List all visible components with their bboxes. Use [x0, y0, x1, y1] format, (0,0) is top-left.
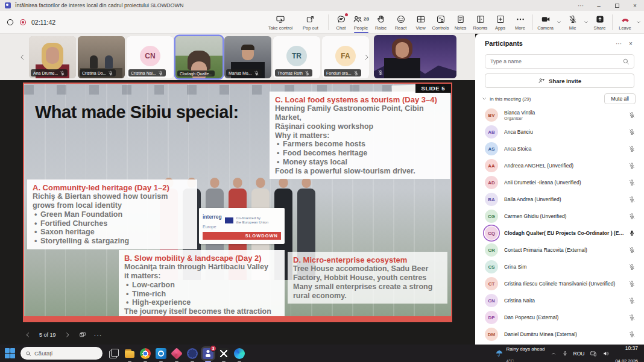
toolbar-button[interactable]: More — [510, 11, 530, 34]
taskbar-app-icon[interactable] — [171, 348, 182, 359]
participant-row[interactable]: AA Andreea ANGHEL (Unverified) — [475, 157, 644, 174]
mic-muted-icon[interactable] — [628, 246, 636, 254]
toolbar-button[interactable]: 28 People — [351, 11, 371, 34]
slide-more-options-button[interactable]: ··· — [94, 331, 103, 339]
taskbar-app-icon[interactable] — [124, 348, 135, 359]
close-button[interactable]: × — [626, 0, 644, 11]
window-more-button[interactable]: ··· — [572, 0, 590, 11]
slide-text-line: it matters: — [124, 272, 279, 281]
toolbar-button[interactable]: Raise — [371, 11, 391, 34]
speaker-icon[interactable] — [602, 350, 610, 357]
mic-muted-icon[interactable] — [628, 111, 636, 119]
video-tile[interactable]: Clodagh Qualte... — [175, 36, 223, 78]
chevron-down-icon[interactable] — [635, 11, 642, 34]
hidden-icons-button[interactable] — [551, 351, 557, 357]
mic-muted-icon — [108, 70, 113, 76]
mic-muted-icon[interactable] — [628, 162, 636, 169]
search-icon — [25, 351, 31, 357]
mic-on-icon[interactable] — [628, 229, 636, 237]
mic-muted-icon[interactable] — [628, 263, 636, 270]
video-tile[interactable]: Cristina Do... — [78, 36, 125, 78]
toolbar-button[interactable]: View — [411, 11, 431, 34]
mic-muted-icon[interactable] — [628, 213, 636, 220]
share-invite-button[interactable]: Share invite — [485, 73, 634, 88]
participant-row[interactable]: BV Bianca Vintila Organiser — [475, 107, 644, 123]
video-tile[interactable]: Ana Drume... — [29, 36, 76, 78]
taskbar-app-icon[interactable] — [234, 348, 245, 359]
leave-button[interactable]: Leave — [615, 11, 635, 34]
participant-name: Baila Andrea (Unverified) — [504, 196, 625, 202]
search-input[interactable] — [485, 58, 622, 64]
toolbar-button[interactable]: Chat — [331, 11, 351, 34]
mute-all-button[interactable]: Mute all — [604, 93, 636, 104]
panel-more-button[interactable]: ··· — [613, 40, 625, 47]
participant-row[interactable]: CQ Clodagh Qualter( EU Projects Co-Ordin… — [475, 225, 644, 242]
toolbar-icon — [306, 14, 315, 24]
toolbar-button[interactable]: React — [391, 11, 411, 34]
mic-muted-icon[interactable] — [628, 128, 636, 136]
device-button[interactable]: Camera — [535, 11, 555, 34]
chevron-down-icon[interactable] — [582, 11, 590, 34]
toolbar-button[interactable]: Apps — [490, 11, 510, 34]
taskbar-search-input[interactable] — [34, 350, 95, 357]
mic-muted-icon[interactable] — [628, 145, 636, 152]
taskbar-app-icon[interactable] — [140, 348, 151, 359]
toolbar-button[interactable]: Notes — [450, 11, 470, 34]
panel-close-button[interactable]: × — [625, 40, 637, 47]
video-tile[interactable]: TR Thomas Roth — [273, 36, 320, 78]
participant-row[interactable]: AS Anca Stoica — [475, 140, 644, 157]
previous-slide-button[interactable] — [24, 331, 31, 339]
toolbar-icon — [476, 14, 485, 24]
participant-row[interactable]: DP Dan Popescu (External) — [475, 309, 644, 326]
taskbar-app-icon[interactable] — [156, 348, 166, 359]
slide-text-line: Low-carbon — [124, 281, 279, 290]
mic-muted-icon[interactable] — [628, 314, 636, 321]
maximize-button[interactable] — [608, 0, 626, 11]
minimize-button[interactable]: – — [590, 0, 608, 11]
taskbar-app-icon[interactable] — [187, 348, 198, 359]
toolbar-button[interactable]: Controls — [431, 11, 450, 34]
participant-row[interactable]: CG Carmen Ghidiu (Unverified) — [475, 208, 644, 225]
device-button[interactable]: Mic — [563, 11, 582, 34]
video-tile[interactable]: Marius Mo... — [224, 36, 271, 78]
participant-row[interactable]: BA Baila Andrea (Unverified) — [475, 191, 644, 208]
participant-search — [485, 54, 634, 69]
participant-row[interactable]: CN Cristina Naita — [475, 292, 644, 309]
mic-muted-icon[interactable] — [628, 280, 636, 287]
scroll-right-button[interactable] — [362, 53, 371, 61]
tile-name-label: Thomas Roth — [275, 69, 312, 76]
language-indicator[interactable]: ROU — [573, 351, 585, 357]
device-button[interactable]: Share — [590, 11, 610, 34]
video-tile[interactable]: CN Cristina Nai... — [127, 36, 174, 78]
toolbar-secondary-button[interactable]: Take control — [265, 11, 295, 34]
cast-display-icon[interactable] — [590, 350, 597, 357]
chevron-down-icon[interactable] — [555, 11, 563, 34]
participant-row[interactable]: AD Anii Drumetiei -Ileana (Unverified) — [475, 174, 644, 191]
participant-row[interactable]: CR Contact Primaria Racovita (External) — [475, 242, 644, 258]
taskbar-app-icon[interactable] — [218, 348, 229, 359]
open-app-indicator — [238, 361, 241, 362]
toolbar-button[interactable]: Rooms — [470, 11, 490, 34]
participant-row[interactable]: AB Anca Banciu — [475, 123, 644, 140]
participant-row[interactable]: CS Crina Sim — [475, 258, 644, 275]
spotlight-video-tile[interactable] — [374, 35, 456, 78]
mic-muted-icon[interactable] — [628, 196, 636, 203]
participant-row[interactable]: CT Cristina Iliescu Colinele Transilvani… — [475, 275, 644, 292]
participant-name: Daniel Dumitru Minea (External) — [504, 331, 625, 337]
clock[interactable]: 10:37 04.02.2026 — [615, 341, 638, 362]
scroll-left-button[interactable] — [18, 53, 27, 61]
mic-in-use-icon[interactable] — [562, 351, 568, 357]
taskbar-app-icon[interactable]: 3 — [203, 348, 213, 359]
mic-muted-icon[interactable] — [628, 179, 636, 186]
toolbar-icon — [376, 14, 386, 24]
taskbar-app-icon[interactable] — [109, 348, 119, 359]
toolbar-secondary-button[interactable]: Pop out — [295, 11, 326, 34]
mic-muted-icon[interactable] — [628, 331, 636, 338]
chevron-down-icon[interactable] — [481, 96, 487, 102]
taskbar-search[interactable] — [21, 347, 103, 360]
weather-widget[interactable]: Rainy days ahead 4°C — [495, 342, 545, 362]
mic-muted-icon[interactable] — [628, 297, 636, 304]
private-view-icon[interactable] — [79, 331, 86, 339]
start-button[interactable] — [5, 348, 16, 359]
next-slide-button[interactable] — [64, 331, 71, 339]
